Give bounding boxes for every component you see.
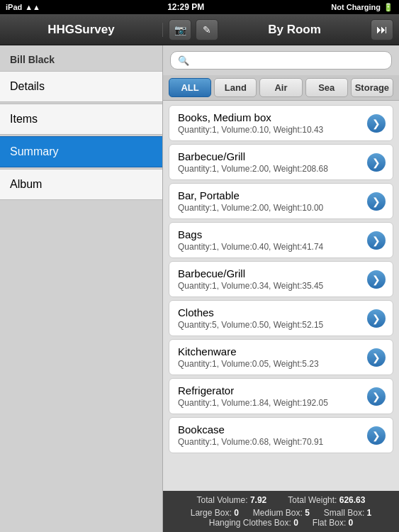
item-name: Bags (178, 228, 364, 240)
hanging-clothes-box: Hanging Clothes Box: 0 (209, 518, 298, 528)
chevron-right-icon: ❯ (367, 192, 386, 211)
small-box: Small Box: 1 (324, 508, 371, 518)
edit-button[interactable]: ✎ (196, 19, 218, 40)
sidebar-item-items[interactable]: Items (0, 104, 162, 135)
skip-button[interactable]: ⏭ (371, 19, 393, 40)
status-bar: iPad ▲▲ 12:29 PM Not Charging 🔋 (0, 0, 399, 14)
footer-boxes1: Large Box: 0 Medium Box: 5 Small Box: 1 (172, 508, 390, 518)
item-details: Quantity:1, Volume:0.34, Weight:35.45 (178, 281, 364, 291)
list-item[interactable]: Clothes Quantity:5, Volume:0.50, Weight:… (169, 300, 393, 336)
items-list: Books, Medium box Quantity:1, Volume:0.1… (163, 101, 399, 491)
footer-totals: Total Volume: 7.92 Total Weight: 626.63 (172, 495, 390, 505)
list-item[interactable]: Bookcase Quantity:1, Volume:0.68, Weight… (169, 417, 393, 453)
item-name: Barbecue/Grill (178, 267, 364, 279)
page-title: By Room (218, 23, 371, 37)
chevron-right-icon: ❯ (367, 309, 386, 328)
app-title: HHGSurvey (47, 23, 114, 37)
sidebar-item-summary[interactable]: Summary (0, 136, 162, 167)
sidebar-item-details[interactable]: Details (0, 71, 162, 102)
list-item[interactable]: Refrigerator Quantity:1, Volume:1.84, We… (169, 378, 393, 414)
item-name: Books, Medium box (178, 111, 364, 123)
camera-button[interactable]: 📷 (169, 19, 191, 40)
tab-air[interactable]: Air (259, 78, 302, 97)
filter-tabs: ALL Land Air Sea Storage (163, 75, 399, 101)
list-item[interactable]: Barbecue/Grill Quantity:1, Volume:2.00, … (169, 144, 393, 180)
chevron-right-icon: ❯ (367, 348, 386, 367)
item-details: Quantity:1, Volume:0.05, Weight:5.23 (178, 359, 364, 369)
total-volume: Total Volume: 7.92 (197, 495, 267, 505)
list-item[interactable]: Books, Medium box Quantity:1, Volume:0.1… (169, 105, 393, 141)
header: HHGSurvey 📷 ✎ By Room ⏭ (0, 14, 399, 45)
item-details: Quantity:1, Volume:0.10, Weight:10.43 (178, 125, 364, 135)
item-name: Refrigerator (178, 384, 364, 397)
device-label: iPad (6, 3, 22, 11)
header-right: 📷 ✎ By Room ⏭ (163, 19, 399, 40)
flat-box: Flat Box: 0 (313, 518, 353, 528)
item-details: Quantity:1, Volume:1.84, Weight:192.05 (178, 398, 364, 408)
chevron-right-icon: ❯ (367, 231, 386, 250)
status-left: iPad ▲▲ (6, 3, 40, 11)
search-input[interactable] (193, 55, 384, 66)
item-name: Clothes (178, 306, 364, 318)
search-wrapper[interactable]: 🔍 (170, 51, 392, 70)
total-weight: Total Weight: 626.63 (288, 495, 365, 505)
item-name: Kitchenware (178, 345, 364, 358)
item-name: Bookcase (178, 423, 364, 436)
chevron-right-icon: ❯ (367, 114, 386, 133)
main-layout: Bill Black Details Items Summary Album 🔍… (0, 45, 399, 532)
item-name: Bar, Portable (178, 189, 364, 201)
sidebar: Bill Black Details Items Summary Album (0, 45, 163, 532)
item-details: Quantity:1, Volume:2.00, Weight:208.68 (178, 164, 364, 174)
chevron-right-icon: ❯ (367, 270, 386, 289)
status-time: 12:29 PM (167, 2, 204, 12)
content-area: 🔍 ALL Land Air Sea Storage Boo (163, 45, 399, 532)
chevron-right-icon: ❯ (367, 153, 386, 172)
user-name: Bill Black (0, 45, 162, 71)
search-bar: 🔍 (163, 45, 399, 75)
chevron-right-icon: ❯ (367, 387, 386, 406)
search-icon: 🔍 (178, 55, 189, 66)
list-item[interactable]: Bags Quantity:1, Volume:0.40, Weight:41.… (169, 222, 393, 258)
item-details: Quantity:1, Volume:0.68, Weight:70.91 (178, 437, 364, 447)
item-name: Barbecue/Grill (178, 150, 364, 162)
tab-land[interactable]: Land (214, 78, 257, 97)
tab-storage[interactable]: Storage (351, 78, 393, 97)
chevron-right-icon: ❯ (367, 426, 386, 445)
header-controls: 📷 ✎ (169, 19, 218, 40)
list-item[interactable]: Barbecue/Grill Quantity:1, Volume:0.34, … (169, 261, 393, 297)
battery-label: Not Charging (331, 3, 381, 11)
footer-boxes2: Hanging Clothes Box: 0 Flat Box: 0 (172, 518, 390, 528)
item-details: Quantity:5, Volume:0.50, Weight:52.15 (178, 320, 364, 330)
list-item[interactable]: Bar, Portable Quantity:1, Volume:2.00, W… (169, 183, 393, 219)
status-right: Not Charging 🔋 (331, 3, 393, 12)
sidebar-item-album[interactable]: Album (0, 169, 162, 200)
item-details: Quantity:1, Volume:0.40, Weight:41.74 (178, 242, 364, 252)
header-left: HHGSurvey (0, 23, 163, 37)
item-details: Quantity:1, Volume:2.00, Weight:10.00 (178, 203, 364, 213)
camera-icon: 📷 (174, 24, 186, 35)
wifi-icon: ▲▲ (25, 3, 40, 11)
edit-icon: ✎ (203, 24, 211, 35)
tab-all[interactable]: ALL (169, 78, 211, 97)
large-box: Large Box: 0 (191, 508, 239, 518)
footer: Total Volume: 7.92 Total Weight: 626.63 … (163, 491, 399, 532)
battery-icon: 🔋 (383, 3, 393, 12)
skip-icon: ⏭ (376, 23, 388, 36)
tab-sea[interactable]: Sea (305, 78, 348, 97)
medium-box: Medium Box: 5 (253, 508, 310, 518)
list-item[interactable]: Kitchenware Quantity:1, Volume:0.05, Wei… (169, 339, 393, 375)
